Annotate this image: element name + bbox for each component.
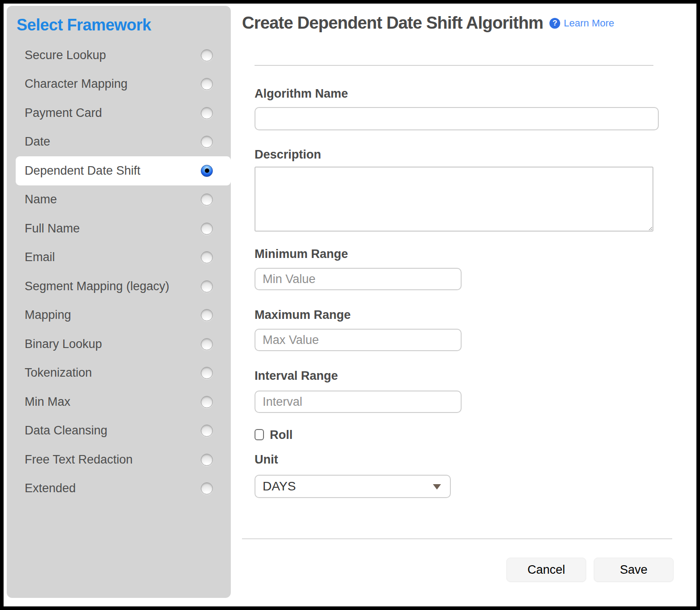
interval-range-input[interactable] [255, 391, 462, 413]
sidebar-item-email[interactable]: Email [7, 243, 231, 272]
sidebar-item-label: Full Name [25, 222, 80, 236]
sidebar-item-mapping[interactable]: Mapping [7, 301, 231, 330]
radio-icon[interactable] [201, 49, 213, 61]
radio-icon[interactable] [201, 454, 213, 466]
roll-label: Roll [270, 428, 293, 442]
sidebar-item-label: Binary Lookup [25, 337, 102, 351]
sidebar-item-binary-lookup[interactable]: Binary Lookup [7, 330, 231, 359]
unit-selected-value: DAYS [263, 479, 296, 494]
radio-icon[interactable] [201, 280, 213, 292]
unit-label: Unit [255, 453, 278, 467]
sidebar-item-label: Name [25, 193, 57, 206]
question-circle-icon: ? [549, 18, 560, 29]
sidebar-item-extended[interactable]: Extended [7, 474, 231, 503]
footer-divider [242, 538, 672, 539]
save-button[interactable]: Save [594, 558, 674, 582]
radio-selected-icon[interactable] [201, 165, 213, 177]
sidebar-item-data-cleansing[interactable]: Data Cleansing [7, 417, 231, 446]
sidebar-item-character-mapping[interactable]: Character Mapping [7, 70, 231, 99]
sidebar-item-label: Free Text Redaction [25, 453, 133, 467]
sidebar-item-name[interactable]: Name [7, 185, 231, 215]
radio-icon[interactable] [201, 251, 213, 263]
sidebar-item-free-text-redaction[interactable]: Free Text Redaction [7, 445, 231, 474]
unit-select[interactable]: DAYS [255, 475, 451, 498]
radio-icon[interactable] [201, 482, 213, 494]
radio-icon[interactable] [201, 396, 213, 408]
sidebar-item-dependent-date-shift[interactable]: Dependent Date Shift [16, 156, 231, 185]
learn-more-label: Learn More [564, 17, 614, 29]
framework-sidebar: Select Framework Secure Lookup Character… [7, 6, 231, 598]
sidebar-item-segment-mapping-legacy[interactable]: Segment Mapping (legacy) [7, 272, 231, 301]
sidebar-item-label: Secure Lookup [25, 48, 106, 62]
radio-icon[interactable] [201, 338, 213, 350]
description-label: Description [255, 148, 321, 162]
cancel-button[interactable]: Cancel [506, 558, 586, 582]
radio-icon[interactable] [201, 136, 213, 148]
radio-icon[interactable] [201, 107, 213, 119]
sidebar-title: Select Framework [17, 16, 151, 34]
sidebar-item-date[interactable]: Date [7, 128, 231, 157]
page-title: Create Dependent Date Shift Algorithm [242, 13, 543, 33]
radio-icon[interactable] [201, 223, 213, 235]
radio-icon[interactable] [201, 309, 213, 321]
algorithm-name-input[interactable] [255, 107, 659, 130]
radio-icon[interactable] [201, 425, 213, 437]
radio-icon[interactable] [201, 367, 213, 379]
sidebar-item-label: Mapping [25, 308, 71, 322]
minimum-range-label: Minimum Range [255, 247, 348, 261]
sidebar-item-full-name[interactable]: Full Name [7, 214, 231, 243]
window: Select Framework Secure Lookup Character… [0, 0, 700, 610]
sidebar-item-label: Segment Mapping (legacy) [25, 279, 169, 293]
sidebar-item-min-max[interactable]: Min Max [7, 387, 231, 417]
interval-range-label: Interval Range [255, 369, 338, 383]
sidebar-item-tokenization[interactable]: Tokenization [7, 359, 231, 388]
sidebar-item-label: Date [25, 135, 50, 149]
chevron-down-icon [433, 484, 441, 490]
sidebar-item-label: Dependent Date Shift [25, 164, 140, 178]
sidebar-item-label: Extended [25, 481, 76, 495]
radio-icon[interactable] [201, 78, 213, 90]
description-textarea[interactable] [255, 167, 653, 232]
header-divider [255, 65, 653, 66]
main-header: Create Dependent Date Shift Algorithm ? … [242, 13, 614, 33]
sidebar-item-label: Data Cleansing [25, 424, 108, 438]
maximum-range-label: Maximum Range [255, 308, 351, 322]
minimum-range-input[interactable] [255, 268, 462, 290]
sidebar-item-secure-lookup[interactable]: Secure Lookup [7, 41, 231, 70]
sidebar-item-payment-card[interactable]: Payment Card [7, 99, 231, 128]
sidebar-item-label: Email [25, 250, 55, 264]
sidebar-item-label: Tokenization [25, 366, 92, 380]
learn-more-link[interactable]: ? Learn More [549, 17, 614, 29]
roll-checkbox[interactable] [255, 429, 264, 440]
sidebar-item-label: Payment Card [25, 106, 102, 120]
sidebar-item-label: Character Mapping [25, 77, 128, 91]
sidebar-item-label: Min Max [25, 395, 70, 409]
radio-icon[interactable] [201, 193, 213, 206]
framework-list: Secure Lookup Character Mapping Payment … [7, 41, 231, 503]
maximum-range-input[interactable] [255, 329, 462, 351]
algorithm-name-label: Algorithm Name [255, 87, 348, 101]
